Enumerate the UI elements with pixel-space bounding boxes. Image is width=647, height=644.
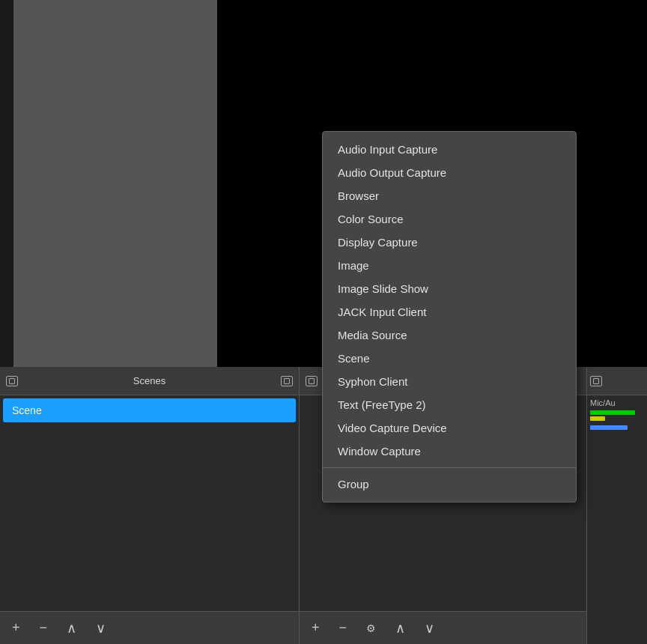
menu-divider bbox=[323, 467, 576, 468]
meter-bar-green bbox=[590, 410, 635, 415]
scenes-list: Scene bbox=[0, 395, 299, 611]
menu-item-display-capture[interactable]: Display Capture bbox=[323, 231, 576, 254]
scenes-panel-title: Scenes bbox=[133, 375, 165, 386]
menu-item-syphon-client[interactable]: Syphon Client bbox=[323, 370, 576, 393]
menu-item-window-capture[interactable]: Window Capture bbox=[323, 440, 576, 463]
menu-item-jack-input-client[interactable]: JACK Input Client bbox=[323, 300, 576, 323]
menu-item-audio-output-capture[interactable]: Audio Output Capture bbox=[323, 161, 576, 184]
menu-item-media-source[interactable]: Media Source bbox=[323, 323, 576, 347]
scenes-header-icon-right bbox=[281, 376, 293, 386]
scenes-add-button[interactable]: + bbox=[7, 617, 25, 639]
menu-item-audio-input-capture[interactable]: Audio Input Capture bbox=[323, 138, 576, 161]
audio-content: Mic/Au bbox=[587, 395, 647, 644]
sources-add-button[interactable]: + bbox=[307, 617, 324, 639]
sources-header-icon-inner bbox=[309, 378, 315, 384]
scenes-toolbar: + − ∧ ∨ bbox=[0, 611, 299, 644]
sources-settings-button[interactable]: ⚙ bbox=[362, 619, 380, 637]
audio-header-icon-inner bbox=[593, 378, 599, 384]
sources-header-icon-left bbox=[306, 376, 318, 386]
menu-item-text-freetype2[interactable]: Text (FreeType 2) bbox=[323, 393, 576, 416]
context-menu: Audio Input Capture Audio Output Capture… bbox=[322, 131, 577, 502]
sources-move-up-button[interactable]: ∧ bbox=[391, 617, 410, 640]
audio-label: Mic/Au bbox=[590, 398, 644, 407]
left-edge bbox=[0, 0, 13, 367]
scenes-header-icon-inner-right bbox=[284, 378, 290, 384]
audio-meter bbox=[590, 410, 644, 430]
sources-toolbar: + − ⚙ ∧ ∨ bbox=[300, 611, 586, 644]
audio-header-icon bbox=[590, 376, 602, 386]
menu-item-image[interactable]: Image bbox=[323, 254, 576, 277]
scenes-move-down-button[interactable]: ∨ bbox=[91, 617, 110, 640]
sources-remove-button[interactable]: − bbox=[335, 617, 352, 639]
sources-move-down-button[interactable]: ∨ bbox=[420, 617, 439, 640]
menu-item-group[interactable]: Group bbox=[323, 473, 576, 496]
scenes-remove-button[interactable]: − bbox=[35, 617, 52, 639]
menu-item-video-capture-device[interactable]: Video Capture Device bbox=[323, 416, 576, 440]
scenes-header-icon-left bbox=[6, 376, 18, 386]
meter-bar-yellow bbox=[590, 416, 605, 421]
meter-bar-blue bbox=[590, 425, 628, 430]
scenes-header-icon-inner bbox=[9, 378, 15, 384]
menu-item-scene[interactable]: Scene bbox=[323, 347, 576, 370]
scenes-panel-header: Scenes bbox=[0, 367, 299, 395]
audio-panel-header bbox=[587, 367, 647, 395]
scene-item-active[interactable]: Scene bbox=[3, 398, 296, 422]
menu-item-image-slide-show[interactable]: Image Slide Show bbox=[323, 277, 576, 300]
menu-item-color-source[interactable]: Color Source bbox=[323, 207, 576, 231]
left-preview-panel bbox=[13, 0, 217, 367]
menu-item-browser[interactable]: Browser bbox=[323, 184, 576, 207]
audio-panel: Mic/Au bbox=[587, 367, 647, 644]
scenes-move-up-button[interactable]: ∧ bbox=[62, 617, 81, 640]
scenes-panel: Scenes Scene + − ∧ ∨ bbox=[0, 367, 300, 644]
